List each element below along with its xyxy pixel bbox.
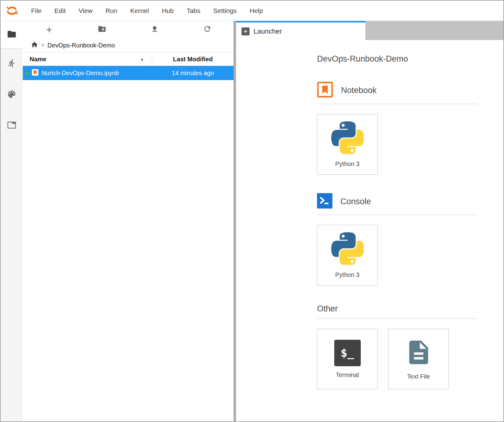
section-header: Other <box>317 304 503 314</box>
section-divider <box>317 215 477 215</box>
file-row-name-cell: Nurtch-DevOps-Demo.ipynb <box>23 69 152 78</box>
new-launcher-button[interactable]: + <box>23 21 75 38</box>
text-file-icon <box>404 338 433 368</box>
launcher-card-notebook-python3[interactable]: Python 3 <box>317 114 378 175</box>
section-label: Console <box>340 197 371 206</box>
menu-run[interactable]: Run <box>99 7 124 14</box>
panel-resize-handle[interactable] <box>234 21 236 421</box>
home-icon[interactable] <box>31 41 38 50</box>
new-folder-button[interactable] <box>75 21 128 38</box>
tab-launcher[interactable]: + Launcher <box>236 21 365 40</box>
card-label: Text File <box>407 373 430 380</box>
command-palette-icon <box>7 89 17 100</box>
launcher-section-other: Other $_ Terminal Text File <box>317 304 503 389</box>
new-launcher-icon: + <box>46 24 52 35</box>
menu-bar: File Edit View Run Kernel Hub Tabs Setti… <box>1 1 503 21</box>
console-icon <box>317 193 332 210</box>
section-label: Notebook <box>341 86 377 95</box>
menu-hub[interactable]: Hub <box>155 7 180 14</box>
sidebar-tab-command-palette[interactable] <box>1 79 23 110</box>
breadcrumb-separator: > <box>41 42 44 48</box>
file-name: Nurtch-DevOps-Demo.ipynb <box>42 70 119 77</box>
card-row: $_ Terminal Text File <box>317 329 503 389</box>
new-folder-icon <box>98 25 106 34</box>
launcher-tab-icon: + <box>242 27 250 35</box>
sidebar-tab-running-sessions[interactable] <box>1 49 23 79</box>
file-list-header: Name ▲ Last Modified <box>23 52 234 66</box>
sort-ascending-icon: ▲ <box>140 57 144 61</box>
launcher-title: DevOps-Runbook-Demo <box>317 54 503 64</box>
jupyter-logo-icon <box>4 3 20 18</box>
open-tabs-icon <box>7 120 16 131</box>
python-logo <box>331 121 364 155</box>
card-label: Python 3 <box>335 160 360 168</box>
column-header-last-modified[interactable]: Last Modified <box>152 56 234 63</box>
file-browser-panel: + <box>23 21 234 421</box>
section-divider <box>317 319 477 319</box>
menu-tabs[interactable]: Tabs <box>180 7 207 14</box>
launcher-tab-label: Launcher <box>254 27 282 35</box>
sidebar-tab-file-browser[interactable] <box>1 21 23 49</box>
refresh-icon <box>203 25 212 34</box>
breadcrumb: > DevOps-Runbook-Demo <box>23 38 234 52</box>
launcher-section-notebook: Notebook Python 3 <box>317 82 503 175</box>
upload-button[interactable] <box>128 21 181 38</box>
upload-icon <box>150 25 159 34</box>
sidebar-tab-open-tabs[interactable] <box>1 110 23 141</box>
notebook-icon <box>317 82 333 99</box>
launcher-card-terminal[interactable]: $_ Terminal <box>317 329 378 389</box>
tab-bar: + Launcher <box>236 21 503 40</box>
menu-kernel[interactable]: Kernel <box>124 7 156 14</box>
section-divider <box>317 104 477 104</box>
launcher-card-text-file[interactable]: Text File <box>388 329 449 389</box>
workspace: + <box>1 21 503 421</box>
menu-edit[interactable]: Edit <box>48 7 72 14</box>
file-last-modified: 14 minutes ago <box>152 70 234 77</box>
menu-file[interactable]: File <box>25 7 48 14</box>
main-area: + Launcher DevOps-Runbook-Demo <box>236 21 503 421</box>
card-label: Python 3 <box>335 271 360 278</box>
section-header: Console <box>317 193 503 210</box>
folder-icon <box>7 29 17 40</box>
python-logo <box>331 232 364 266</box>
breadcrumb-current-folder[interactable]: DevOps-Runbook-Demo <box>47 42 115 49</box>
file-browser-toolbar: + <box>23 21 234 38</box>
column-header-name[interactable]: Name ▲ <box>23 53 152 66</box>
menu-help[interactable]: Help <box>243 7 269 14</box>
section-label: Other <box>317 304 338 314</box>
card-row: Python 3 <box>317 114 503 175</box>
name-column-label: Name <box>30 56 46 63</box>
jupyterlab-window: File Edit View Run Kernel Hub Tabs Setti… <box>0 0 504 422</box>
card-label: Terminal <box>336 371 359 379</box>
launcher-section-console: Console Python 3 <box>317 193 503 286</box>
card-row: Python 3 <box>317 225 503 286</box>
menu-view[interactable]: View <box>72 7 99 14</box>
running-sessions-icon <box>7 59 16 69</box>
menu-settings[interactable]: Settings <box>207 7 243 14</box>
activity-sidebar <box>1 21 23 421</box>
launcher-card-console-python3[interactable]: Python 3 <box>317 225 378 286</box>
file-row[interactable]: Nurtch-DevOps-Demo.ipynb 14 minutes ago <box>23 66 234 80</box>
kernel-running-dot <box>25 71 29 75</box>
refresh-button[interactable] <box>181 21 234 38</box>
terminal-icon: $_ <box>334 340 361 366</box>
section-header: Notebook <box>317 82 503 99</box>
launcher-panel: DevOps-Runbook-Demo Notebook <box>236 40 503 421</box>
notebook-file-icon <box>31 69 39 78</box>
